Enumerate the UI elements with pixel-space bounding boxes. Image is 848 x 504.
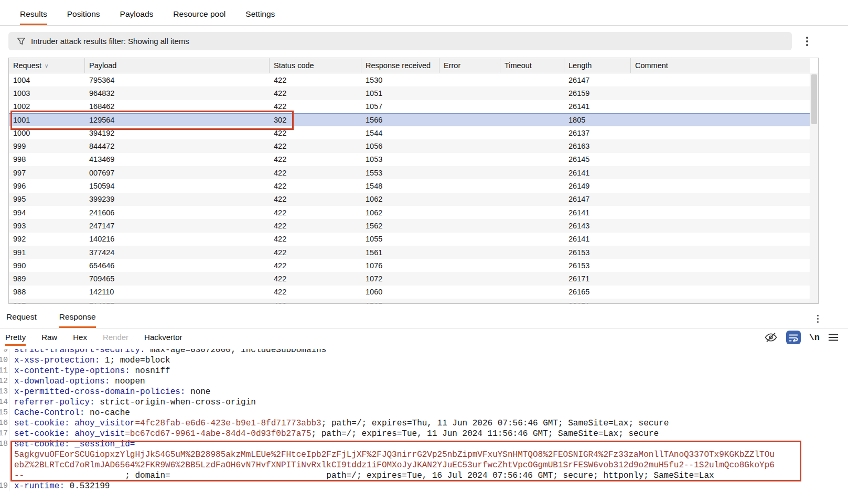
cell-request: 989 xyxy=(9,275,85,283)
cell-status_code: 422 xyxy=(270,222,361,230)
editor-line: ebZ%2BLRTcCd7oRlmJAD6564%2FKR9W6%2BB5Lzd… xyxy=(0,460,848,470)
table-row-988[interactable]: 988142110422106026165 xyxy=(9,286,810,299)
cell-length: 26159 xyxy=(564,89,631,97)
cell-length: 26153 xyxy=(564,248,631,257)
table-row-997[interactable]: 997007697422155326141 xyxy=(9,166,810,179)
table-row-991[interactable]: 991377424422156126153 xyxy=(9,246,810,259)
header-cell-length[interactable]: Length xyxy=(564,58,631,73)
hamburger-menu-icon[interactable] xyxy=(828,333,839,342)
cell-payload: 654646 xyxy=(85,261,270,270)
tab-raw[interactable]: Raw xyxy=(41,333,57,346)
header-cell-status-code[interactable]: Status code xyxy=(270,58,361,73)
cell-status_code: 422 xyxy=(270,209,361,217)
tab-resource-pool[interactable]: Resource pool xyxy=(173,9,226,25)
cell-request: 1004 xyxy=(9,76,85,84)
tab-hackvertor[interactable]: Hackvertor xyxy=(144,333,183,346)
editor-line: 13x-permitted-cross-domain-policies: non… xyxy=(0,387,848,397)
tab-results[interactable]: Results xyxy=(20,9,47,25)
header-cell-timeout[interactable]: Timeout xyxy=(500,58,564,73)
editor-line: 19x-runtime: 0.532199 xyxy=(0,481,848,491)
table-row-989[interactable]: 989709465422107226171 xyxy=(9,272,810,285)
header-cell-comment[interactable]: Comment xyxy=(631,58,810,73)
table-header: Request∨PayloadStatus codeResponse recei… xyxy=(9,58,810,73)
cell-length: 26143 xyxy=(564,222,631,230)
cell-status_code: 422 xyxy=(270,275,361,283)
results-filter-bar[interactable]: Intruder attack results filter: Showing … xyxy=(8,32,792,50)
column-label: Response received xyxy=(366,61,431,70)
table-row-1000[interactable]: 1000394192422154426137 xyxy=(9,126,810,139)
table-row-1002[interactable]: 1002168462422105726141 xyxy=(9,100,810,113)
results-table: Request∨PayloadStatus codeResponse recei… xyxy=(8,58,819,304)
header-cell-request[interactable]: Request∨ xyxy=(9,58,85,73)
cell-length: 26163 xyxy=(564,142,631,150)
table-row-994[interactable]: 994241606422106226141 xyxy=(9,206,810,219)
cell-payload: 795364 xyxy=(85,76,270,84)
cell-payload: 964832 xyxy=(85,89,270,97)
cell-payload: 129564 xyxy=(85,116,270,124)
tab-pretty[interactable]: Pretty xyxy=(5,333,26,346)
table-row-990[interactable]: 990654646422107626153 xyxy=(9,259,810,272)
cell-status_code: 422 xyxy=(270,76,361,84)
word-wrap-icon[interactable] xyxy=(786,331,801,344)
cell-response_received: 1544 xyxy=(361,129,439,137)
table-row-995[interactable]: 995399239422106226147 xyxy=(9,193,810,206)
table-row-993[interactable]: 993247147422156226143 xyxy=(9,219,810,232)
table-row-1004[interactable]: 1004795364422153026147 xyxy=(9,73,810,86)
tab-hex[interactable]: Hex xyxy=(73,333,87,346)
cell-status_code: 422 xyxy=(270,301,361,304)
table-row-1001[interactable]: 100112956430215661805 xyxy=(9,113,810,126)
eye-slash-icon[interactable] xyxy=(764,332,778,343)
kebab-menu-icon[interactable] xyxy=(802,34,812,49)
table-row-998[interactable]: 998413469422105326145 xyxy=(9,153,810,166)
header-cell-response-received[interactable]: Response received xyxy=(361,58,439,73)
tab-render[interactable]: Render xyxy=(103,333,128,346)
table-row-999[interactable]: 999844472422105626163 xyxy=(9,139,810,152)
line-content: x-runtime: 0.532199 xyxy=(9,481,110,491)
scrollbar-thumb[interactable] xyxy=(811,74,817,124)
cell-length: 1805 xyxy=(564,116,631,124)
line-content: x-permitted-cross-domain-policies: none xyxy=(9,387,210,397)
header-cell-payload[interactable]: Payload xyxy=(85,58,270,73)
cell-length: 26171 xyxy=(564,275,631,283)
cell-payload: 150594 xyxy=(85,182,270,190)
header-cell-error[interactable]: Error xyxy=(439,58,500,73)
newline-icon[interactable]: \n xyxy=(809,333,820,343)
tab-payloads[interactable]: Payloads xyxy=(120,9,154,25)
cell-request: 992 xyxy=(9,235,85,243)
view-tab-bar: PrettyRawHexRenderHackvertor xyxy=(0,329,848,346)
line-number: 18 xyxy=(0,439,9,450)
cell-request: 995 xyxy=(9,195,85,203)
sort-desc-icon: ∨ xyxy=(45,63,48,69)
cell-status_code: 422 xyxy=(270,235,361,243)
cell-response_received: 1051 xyxy=(361,89,439,97)
table-row-996[interactable]: 996150594422154826149 xyxy=(9,179,810,192)
editor-content: 9strict-transport-security: max-age=6307… xyxy=(0,349,848,491)
table-row-1003[interactable]: 1003964832422105126159 xyxy=(9,86,810,100)
table-row-992[interactable]: 992140216422105526141 xyxy=(9,233,810,246)
cell-payload: 413469 xyxy=(85,155,270,163)
line-number: 12 xyxy=(0,376,9,387)
tab-positions[interactable]: Positions xyxy=(67,9,100,25)
tab-response[interactable]: Response xyxy=(59,312,96,328)
tab-request[interactable]: Request xyxy=(6,312,37,328)
response-editor[interactable]: 9strict-transport-security: max-age=6307… xyxy=(0,349,848,504)
attack-tab-bar: ResultsPositionsPayloadsResource poolSet… xyxy=(0,0,848,26)
column-label: Comment xyxy=(635,61,668,70)
editor-toolbar: \n xyxy=(764,330,839,345)
vertical-scrollbar[interactable] xyxy=(810,73,818,303)
line-number: 10 xyxy=(0,355,9,366)
cell-response_received: 1565 xyxy=(361,301,439,304)
line-number: 17 xyxy=(0,429,9,439)
cell-status_code: 422 xyxy=(270,89,361,97)
cell-payload: 241606 xyxy=(85,209,270,217)
cell-payload: 844472 xyxy=(85,142,270,150)
line-content: ebZ%2BLRTcCd7oRlmJAD6564%2FKR9W6%2BB5Lzd… xyxy=(9,460,775,470)
cell-request: 1002 xyxy=(9,102,85,111)
cell-request: 990 xyxy=(9,261,85,270)
line-number: 11 xyxy=(0,366,9,376)
kebab-menu-icon[interactable] xyxy=(814,312,821,325)
table-row-987[interactable]: 987714857422156526151 xyxy=(9,299,810,304)
cell-request: 999 xyxy=(9,142,85,150)
tab-settings[interactable]: Settings xyxy=(245,9,275,25)
line-content: Cache-Control: no-cache xyxy=(9,408,130,418)
